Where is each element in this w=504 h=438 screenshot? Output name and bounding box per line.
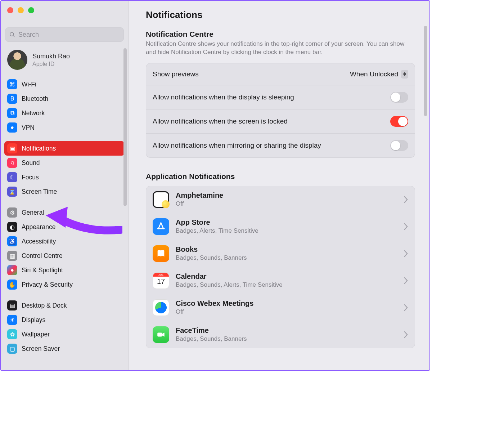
sidebar-item-focus[interactable]: ☾Focus: [4, 170, 125, 184]
app-row-books[interactable]: BooksBadges, Sounds, Banners: [146, 240, 415, 267]
sidebar-item-net[interactable]: ⧉Network: [4, 106, 125, 120]
general-icon: ⚙: [7, 207, 17, 218]
access-icon: ♿: [7, 236, 17, 246]
chevron-right-icon: [403, 304, 408, 312]
siri-icon: ●: [7, 265, 17, 275]
sidebar-item-sound[interactable]: ♫Sound: [4, 156, 125, 170]
sidebar-item-label: Wallpaper: [22, 331, 50, 338]
sidebar-item-privacy[interactable]: ✋Privacy & Security: [4, 277, 125, 292]
sidebar: Sumukh Rao Apple ID ⌘Wi-FiBBluetooth⧉Net…: [1, 1, 129, 370]
app-detail: Badges, Sounds, Banners: [176, 254, 397, 262]
sidebar-item-label: Network: [22, 110, 45, 117]
search-input[interactable]: [18, 31, 120, 39]
sidebar-scrollbar[interactable]: [123, 48, 127, 206]
avatar: [7, 50, 27, 70]
sidebar-item-notif[interactable]: ▣Notifications: [4, 141, 125, 156]
switch-toggle-locked[interactable]: [390, 116, 408, 127]
sidebar-item-appearance[interactable]: ◐Appearance: [4, 220, 125, 234]
app-name: Cisco Webex Meetings: [176, 299, 397, 308]
sidebar-item-saver[interactable]: ▢Screen Saver: [4, 341, 125, 356]
focus-icon: ☾: [7, 172, 17, 182]
amphetamine-icon: [153, 191, 169, 208]
screentime-icon: ⌛: [7, 187, 17, 197]
stepper-icon[interactable]: [401, 70, 408, 79]
appstore-icon: [153, 218, 169, 235]
sidebar-item-bt[interactable]: BBluetooth: [4, 91, 125, 106]
chevron-right-icon: [403, 331, 408, 339]
main-scrollbar[interactable]: [424, 26, 427, 116]
app-list: AmphetamineOffApp StoreBadges, Alerts, T…: [146, 186, 415, 348]
account-name: Sumukh Rao: [32, 53, 70, 60]
sidebar-item-screentime[interactable]: ⌛Screen Time: [4, 184, 125, 199]
svg-point-0: [10, 32, 14, 36]
sidebar-item-label: Bluetooth: [22, 95, 48, 103]
vpn-icon: ●: [7, 122, 17, 133]
app-row-cal[interactable]: JUL17CalendarBadges, Sounds, Alerts, Tim…: [146, 267, 415, 294]
search-field[interactable]: [5, 27, 124, 42]
close-window-button[interactable]: [7, 7, 13, 13]
app-row-amp[interactable]: AmphetamineOff: [146, 186, 415, 213]
sidebar-item-control[interactable]: ▦Control Centre: [4, 249, 125, 263]
app-detail: Badges, Sounds, Banners: [176, 335, 397, 343]
sidebar-item-label: Accessibility: [22, 238, 56, 245]
svg-rect-2: [157, 332, 162, 336]
sidebar-item-label: Screen Time: [22, 188, 57, 196]
sidebar-item-label: Appearance: [22, 223, 55, 231]
account-row[interactable]: Sumukh Rao Apple ID: [1, 47, 128, 76]
sidebar-item-siri[interactable]: ●Siri & Spotlight: [4, 263, 125, 277]
svg-line-1: [13, 35, 14, 37]
previews-value: When Unlocked: [350, 70, 398, 78]
switch-row-2: Allow notifications when mirroring or sh…: [146, 133, 415, 157]
sound-icon: ♫: [7, 158, 17, 168]
dock-icon: ▤: [7, 300, 17, 310]
app-row-facetime[interactable]: FaceTimeBadges, Sounds, Banners: [146, 321, 415, 348]
sidebar-item-label: General: [22, 209, 44, 216]
app-detail: Badges, Sounds, Alerts, Time Sensitive: [176, 281, 397, 289]
sidebar-item-label: Focus: [22, 174, 39, 181]
sidebar-item-wallpaper[interactable]: ✿Wallpaper: [4, 327, 125, 341]
search-icon: [9, 31, 15, 38]
switch-label: Allow notifications when the screen is l…: [153, 117, 288, 125]
sidebar-item-dock[interactable]: ▤Desktop & Dock: [4, 298, 125, 313]
app-name: App Store: [176, 218, 397, 227]
switch-row-1: Allow notifications when the screen is l…: [146, 109, 415, 133]
switch-toggle-mirroring[interactable]: [390, 140, 408, 151]
centre-title: Notification Centre: [146, 30, 415, 39]
fullscreen-window-button[interactable]: [28, 7, 34, 13]
bt-icon: B: [7, 94, 17, 104]
chevron-right-icon: [403, 196, 408, 204]
displays-icon: ☀: [7, 315, 17, 325]
sidebar-item-label: Sound: [22, 159, 40, 167]
switch-label: Allow notifications when the display is …: [153, 93, 294, 101]
webex-icon: [153, 299, 169, 316]
sidebar-item-label: Wi-Fi: [22, 81, 36, 88]
app-detail: Off: [176, 200, 397, 207]
sidebar-item-wifi[interactable]: ⌘Wi-Fi: [4, 77, 125, 91]
privacy-icon: ✋: [7, 280, 17, 290]
previews-row[interactable]: Show previews When Unlocked: [146, 63, 415, 85]
switch-label: Allow notifications when mirroring or sh…: [153, 142, 321, 149]
app-row-appstore[interactable]: App StoreBadges, Alerts, Time Sensitive: [146, 213, 415, 240]
chevron-right-icon: [403, 277, 408, 285]
sidebar-item-displays[interactable]: ☀Displays: [4, 313, 125, 327]
control-icon: ▦: [7, 251, 17, 261]
app-detail: Badges, Alerts, Time Sensitive: [176, 227, 397, 234]
sidebar-item-general[interactable]: ⚙General: [4, 205, 125, 220]
main-pane: Notifications Notification Centre Notifi…: [129, 1, 429, 370]
sidebar-item-vpn[interactable]: ●VPN: [4, 120, 125, 135]
sidebar-item-label: Siri & Spotlight: [22, 267, 63, 274]
account-sub: Apple ID: [32, 61, 70, 67]
net-icon: ⧉: [7, 108, 17, 118]
sidebar-item-label: Screen Saver: [22, 345, 60, 353]
minimize-window-button[interactable]: [18, 7, 24, 13]
centre-panel: Show previews When Unlocked Allow notifi…: [146, 63, 415, 158]
app-row-webex[interactable]: Cisco Webex MeetingsOff: [146, 294, 415, 321]
sidebar-item-access[interactable]: ♿Accessibility: [4, 234, 125, 249]
app-name: Calendar: [176, 272, 397, 281]
app-name: Books: [176, 245, 397, 254]
switch-toggle-sleeping[interactable]: [390, 92, 408, 103]
facetime-icon: [153, 326, 169, 343]
sidebar-item-label: Displays: [22, 316, 45, 324]
notif-icon: ▣: [7, 143, 17, 153]
sidebar-item-label: Control Centre: [22, 252, 63, 260]
